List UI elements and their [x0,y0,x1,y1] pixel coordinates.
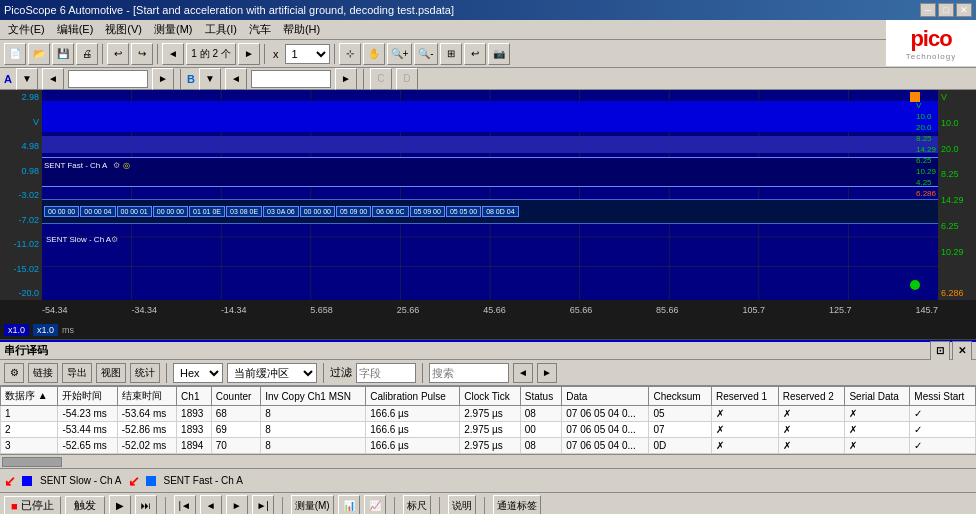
step-btn[interactable]: ⏭ [135,495,157,515]
back-btn[interactable]: ◄ [162,43,184,65]
ch-a-next[interactable]: ► [152,68,174,90]
export-btn[interactable]: 导出 [62,363,92,383]
col-res1[interactable]: Reserved 1 [711,387,778,406]
cam-btn[interactable]: 📷 [488,43,510,65]
buffer-select[interactable]: 当前缓冲区 [227,363,317,383]
measure-btn[interactable]: 测量(M) [291,495,334,515]
scroll-thumb[interactable] [2,457,62,467]
ch-a-value[interactable] [68,70,148,88]
col-status[interactable]: Status [520,387,561,406]
scope-display[interactable]: SENT Fast - Ch A ⚙ ◎ 00 00 00 00 00 04 0… [42,90,938,300]
legend-bar: ↙ SENT Slow - Ch A ↙ SENT Fast - Ch A [0,468,976,492]
col-clock[interactable]: Clock Tick [460,387,521,406]
cursor-btn[interactable]: ⊹ [339,43,361,65]
zoom-out-btn[interactable]: 🔍- [414,43,437,65]
ch-b-prev[interactable]: ◄ [225,68,247,90]
ch-b-value[interactable] [251,70,331,88]
serial-table[interactable]: 数据序 ▲ 开始时间 结束时间 Ch1 Counter Inv Copy Ch1… [0,386,976,454]
menu-tools[interactable]: 工具(I) [199,20,243,39]
ch-a-down[interactable]: ▼ [16,68,38,90]
close-button[interactable]: ✕ [956,3,972,17]
col-messi[interactable]: Messi Start [910,387,976,406]
rv-825: 8.25 [916,134,936,143]
maximize-button[interactable]: □ [938,3,954,17]
col-checksum[interactable]: Checksum [649,387,711,406]
nav-prev[interactable]: ◄ [200,495,222,515]
hand-btn[interactable]: ✋ [363,43,385,65]
ch-b-down[interactable]: ▼ [199,68,221,90]
menu-measure[interactable]: 测量(M) [148,20,199,39]
play-btn[interactable]: ▶ [109,495,131,515]
channel-bar: A ▼ ◄ ► B ▼ ◄ ► C D [0,68,976,90]
search-prev-btn[interactable]: ◄ [513,363,533,383]
open-btn[interactable]: 📂 [28,43,50,65]
col-inv[interactable]: Inv Copy Ch1 MSN [261,387,366,406]
format-select[interactable]: HexDec [173,363,223,383]
col-cal[interactable]: Calibration Pulse [366,387,460,406]
fwd-btn[interactable]: ► [238,43,260,65]
stop-btn[interactable]: ■ 已停止 [4,496,61,515]
ch-a-prev[interactable]: ◄ [42,68,64,90]
menu-bar: 文件(E) 编辑(E) 视图(V) 测量(M) 工具(I) 汽车 帮助(H) p… [0,20,976,40]
zoom-in-btn[interactable]: 🔍+ [387,43,413,65]
menu-edit[interactable]: 编辑(E) [51,20,100,39]
menu-file[interactable]: 文件(E) [2,20,51,39]
minimize-button[interactable]: ─ [920,3,936,17]
gear-icon-slow[interactable]: ⚙ [111,235,118,244]
stats-btn[interactable]: 统计 [130,363,160,383]
col-data[interactable]: Data [562,387,649,406]
cell-status: 00 [520,422,561,438]
print-btn[interactable]: 🖨 [76,43,98,65]
table-row[interactable]: 3 -52.65 ms -52.02 ms 1894 70 8 166.6 µs… [1,438,976,454]
menu-help[interactable]: 帮助(H) [277,20,326,39]
cell-clock: 2.975 µs [460,422,521,438]
h-scrollbar[interactable] [0,454,976,468]
rv-425: 4.25 [916,178,936,187]
panel-close-btn[interactable]: ✕ [952,341,972,361]
zoom-select[interactable]: 124 [285,44,330,64]
panel-controls: ⊡ ✕ [930,341,972,361]
col-id[interactable]: 数据序 ▲ [1,387,58,406]
save-btn[interactable]: 💾 [52,43,74,65]
cell-ch1: 1893 [177,406,212,422]
menu-view[interactable]: 视图(V) [99,20,148,39]
redo-btn[interactable]: ↪ [131,43,153,65]
trigger-btn[interactable]: 触发 [65,496,105,515]
undo-btn[interactable]: ↩ [107,43,129,65]
search-input[interactable] [429,363,509,383]
field-input[interactable] [356,363,416,383]
nav-next[interactable]: ► [226,495,248,515]
nav-last[interactable]: ►| [252,495,274,515]
view-btn[interactable]: 视图 [96,363,126,383]
measure-icon1[interactable]: 📊 [338,495,360,515]
new-btn[interactable]: 📄 [4,43,26,65]
col-res2[interactable]: Reserved 2 [778,387,845,406]
rv-20: 20.0 [916,123,936,132]
ch-c-btn[interactable]: C [370,68,392,90]
measure-icon2[interactable]: 📈 [364,495,386,515]
table-row[interactable]: 2 -53.44 ms -52.86 ms 1893 69 8 166.6 µs… [1,422,976,438]
zoom-fit-btn[interactable]: ⊞ [440,43,462,65]
ch-d-btn[interactable]: D [396,68,418,90]
col-ch1[interactable]: Ch1 [177,387,212,406]
settings-btn[interactable]: ⚙ [4,363,24,383]
ch-b-next[interactable]: ► [335,68,357,90]
panel-float-btn[interactable]: ⊡ [930,341,950,361]
nav-first[interactable]: |◄ [174,495,196,515]
scale-bar: x1.0 x1.0 ms [0,320,976,340]
ruler-btn[interactable]: 标尺 [403,495,431,515]
note-btn[interactable]: 说明 [448,495,476,515]
search-next-btn[interactable]: ► [537,363,557,383]
col-end[interactable]: 结束时间 [117,387,176,406]
channel-label-btn[interactable]: 通道标签 [493,495,541,515]
table-row[interactable]: 1 -54.23 ms -53.64 ms 1893 68 8 166.6 µs… [1,406,976,422]
menu-auto[interactable]: 汽车 [243,20,277,39]
col-counter[interactable]: Counter [211,387,260,406]
gear-icon-fast[interactable]: ⚙ [113,161,120,170]
undo2-btn[interactable]: ↩ [464,43,486,65]
col-serial[interactable]: Serial Data [845,387,910,406]
x-label-5: 45.66 [483,305,506,315]
sep-st1 [166,363,167,383]
link-btn[interactable]: 链接 [28,363,58,383]
col-start[interactable]: 开始时间 [58,387,117,406]
